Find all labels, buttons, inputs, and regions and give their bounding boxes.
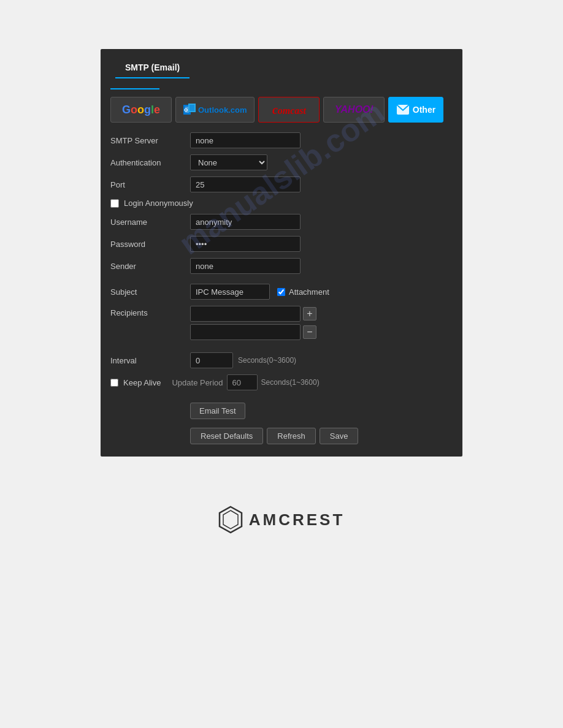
sender-input[interactable] bbox=[190, 258, 301, 274]
port-input[interactable] bbox=[190, 176, 301, 192]
provider-tabs: Google O Outlook.com bbox=[101, 97, 462, 132]
outlook-icon: O bbox=[183, 104, 196, 116]
remove-recipient-btn[interactable]: − bbox=[303, 325, 316, 339]
login-anon-row: Login Anonymously bbox=[110, 199, 453, 208]
keep-alive-label: Keep Alive bbox=[123, 378, 161, 387]
recipients-input-row-1: + bbox=[190, 306, 316, 322]
attachment-checkbox[interactable] bbox=[277, 288, 285, 296]
sender-label: Sender bbox=[110, 262, 190, 271]
action-row: Reset Defaults Refresh Save bbox=[110, 428, 453, 444]
svg-marker-7 bbox=[223, 510, 238, 529]
save-btn[interactable]: Save bbox=[320, 428, 359, 444]
other-provider-btn[interactable]: Other bbox=[388, 97, 443, 123]
interval-hint: Seconds(0~3600) bbox=[238, 356, 296, 365]
google-logo: Google bbox=[122, 104, 160, 116]
authentication-row: Authentication None SSL TLS bbox=[110, 154, 453, 170]
port-row: Port bbox=[110, 176, 453, 192]
outlook-logo: O Outlook.com bbox=[183, 104, 247, 116]
subject-input[interactable] bbox=[190, 284, 270, 300]
smtp-server-row: SMTP Server bbox=[110, 132, 453, 148]
smtp-panel: SMTP (Email) Google bbox=[101, 49, 462, 457]
interval-label: Interval bbox=[110, 356, 190, 365]
panel-title: SMTP (Email) bbox=[115, 55, 190, 78]
outlook-provider-btn[interactable]: O Outlook.com bbox=[175, 97, 255, 123]
password-input[interactable] bbox=[190, 236, 301, 252]
login-anon-label: Login Anonymously bbox=[124, 199, 193, 208]
subject-row: Subject Attachment bbox=[110, 284, 453, 300]
yahoo-logo: YAHOO! bbox=[335, 104, 373, 115]
bottom-logo: AMCREST bbox=[218, 506, 345, 534]
attachment-label: Attachment bbox=[289, 287, 329, 297]
other-logo: Other bbox=[397, 105, 435, 115]
amcrest-icon bbox=[218, 506, 243, 534]
recipients-input-row-2: − bbox=[190, 324, 316, 340]
recipients-input-2[interactable] bbox=[190, 324, 301, 340]
interval-input[interactable] bbox=[190, 352, 233, 368]
authentication-select[interactable]: None SSL TLS bbox=[190, 154, 267, 170]
update-period-group: Update Period Seconds(1~3600) bbox=[172, 374, 319, 390]
update-period-input[interactable] bbox=[227, 374, 258, 390]
login-anon-checkbox[interactable] bbox=[110, 199, 119, 208]
email-test-btn[interactable]: Email Test bbox=[190, 403, 245, 419]
password-row: Password bbox=[110, 236, 453, 252]
recipients-label: Recipients bbox=[110, 306, 190, 317]
sender-row: Sender bbox=[110, 258, 453, 274]
amcrest-logo: AMCREST bbox=[218, 506, 345, 534]
password-label: Password bbox=[110, 240, 190, 249]
recipients-input-1[interactable] bbox=[190, 306, 301, 322]
google-provider-btn[interactable]: Google bbox=[110, 97, 172, 123]
username-row: Username bbox=[110, 214, 453, 230]
svg-text:O: O bbox=[184, 107, 188, 113]
authentication-label: Authentication bbox=[110, 158, 190, 167]
smtp-server-input[interactable] bbox=[190, 132, 301, 148]
add-recipient-btn[interactable]: + bbox=[303, 307, 316, 320]
subject-label: Subject bbox=[110, 287, 190, 297]
email-test-row: Email Test bbox=[110, 403, 453, 419]
form-section: SMTP Server Authentication None SSL TLS … bbox=[101, 132, 462, 444]
attachment-group: Attachment bbox=[277, 287, 329, 297]
mail-icon bbox=[397, 105, 409, 115]
comcast-logo: comcast bbox=[272, 103, 306, 117]
username-label: Username bbox=[110, 218, 190, 227]
username-input[interactable] bbox=[190, 214, 301, 230]
amcrest-text: AMCREST bbox=[249, 510, 345, 529]
panel-title-area: SMTP (Email) bbox=[101, 49, 462, 89]
refresh-btn[interactable]: Refresh bbox=[267, 428, 316, 444]
update-period-label: Update Period bbox=[172, 378, 223, 387]
interval-row: Interval Seconds(0~3600) bbox=[110, 352, 453, 368]
yahoo-provider-btn[interactable]: YAHOO! bbox=[323, 97, 385, 123]
port-label: Port bbox=[110, 180, 190, 189]
recipients-area: + − bbox=[190, 306, 316, 340]
comcast-provider-btn[interactable]: comcast bbox=[258, 97, 320, 123]
reset-defaults-btn[interactable]: Reset Defaults bbox=[190, 428, 263, 444]
update-period-hint: Seconds(1~3600) bbox=[261, 378, 320, 387]
keep-alive-checkbox[interactable] bbox=[110, 379, 118, 387]
keep-alive-row: Keep Alive Update Period Seconds(1~3600) bbox=[110, 374, 453, 390]
smtp-server-label: SMTP Server bbox=[110, 136, 190, 145]
svg-rect-3 bbox=[190, 105, 194, 111]
recipients-row: Recipients + − bbox=[110, 306, 453, 340]
